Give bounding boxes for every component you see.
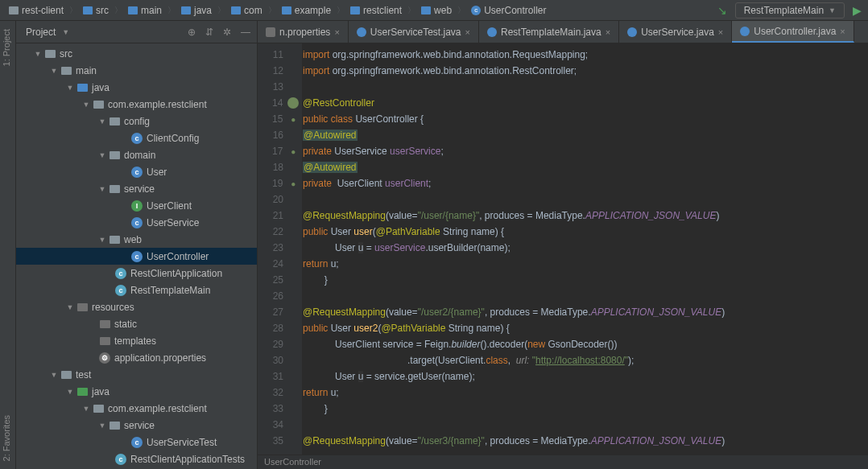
gutter-line[interactable]: 19●: [258, 175, 302, 191]
tree-folder-service[interactable]: ▼service: [16, 180, 257, 197]
code-line[interactable]: public User user2(@PathVariable String n…: [303, 320, 868, 336]
gutter-line[interactable]: 14: [258, 95, 302, 111]
tree-class-clientconfig[interactable]: cClientConfig: [16, 130, 257, 146]
code-line[interactable]: public User user(@PathVariable String na…: [303, 224, 868, 240]
gutter-line[interactable]: 32: [258, 385, 302, 401]
code-line[interactable]: @RequestMapping(value="/user2/{name}", p…: [303, 304, 868, 320]
close-icon[interactable]: ×: [334, 27, 339, 37]
code-line[interactable]: User u = userService.userBuilder(name);: [303, 240, 868, 256]
gutter-anno-icon[interactable]: [287, 97, 299, 109]
editor-breadcrumb[interactable]: UserController: [258, 455, 868, 469]
code-line[interactable]: private UserService userService;: [303, 143, 868, 159]
code-line[interactable]: [303, 417, 868, 433]
code-line[interactable]: public class UserController {: [303, 111, 868, 127]
tree-folder-src[interactable]: ▼src: [16, 45, 257, 62]
editor-tab[interactable]: RestTemplateMain.java×: [479, 21, 619, 43]
gutter-line[interactable]: 15●: [258, 111, 302, 127]
code-line[interactable]: @RequestMapping(value="/user3/{name}", p…: [303, 433, 868, 449]
gutter-impl-icon[interactable]: ●: [287, 113, 299, 125]
code-line[interactable]: return u;: [303, 385, 868, 401]
gutter-impl-icon[interactable]: ●: [287, 146, 299, 157]
tree-folder-java[interactable]: ▼java: [16, 79, 257, 96]
gutter-impl-icon[interactable]: ●: [287, 178, 299, 189]
favorites-tool-tab[interactable]: 2: Favorites: [0, 407, 15, 469]
gutter-line[interactable]: 25: [258, 272, 302, 288]
gutter-line[interactable]: 28: [258, 320, 302, 336]
tree-folder-test-service[interactable]: ▼service: [16, 417, 257, 434]
tree-folder-test-java[interactable]: ▼java: [16, 383, 257, 400]
close-icon[interactable]: ×: [840, 27, 845, 36]
gear-icon[interactable]: ✲: [223, 27, 231, 38]
target-icon[interactable]: ⊕: [188, 27, 196, 38]
breadcrumb-item[interactable]: rest-client: [6, 4, 66, 17]
tree-folder-test[interactable]: ▼test: [16, 366, 257, 383]
code-line[interactable]: @RequestMapping(value="/user/{name}", pr…: [303, 208, 868, 224]
breadcrumb-item[interactable]: java: [179, 4, 214, 17]
tree-application-properties[interactable]: ⚙application.properties: [16, 349, 257, 366]
code-line[interactable]: .target(UserClient.class, url: "http://l…: [303, 352, 868, 368]
gutter-line[interactable]: 30: [258, 352, 302, 368]
code-line[interactable]: import org.springframework.web.bind.anno…: [303, 63, 868, 79]
code-line[interactable]: [303, 288, 868, 304]
code-line[interactable]: @Autowired: [303, 159, 868, 175]
tree-class-restclientapplication[interactable]: cRestClientApplication: [16, 265, 257, 282]
gutter-line[interactable]: 16: [258, 127, 302, 143]
project-tree[interactable]: ▼src ▼main ▼java ▼com.example.restclient…: [16, 43, 257, 469]
gutter-line[interactable]: 34: [258, 417, 302, 433]
close-icon[interactable]: ×: [606, 27, 610, 37]
run-button[interactable]: ▶: [853, 4, 862, 17]
code-lines[interactable]: import org.springframework.web.bind.anno…: [303, 43, 868, 455]
tree-class-userservicetest[interactable]: cUserServiceTest: [16, 434, 257, 450]
tree-class-resttemplatemain[interactable]: cRestTemplateMain: [16, 282, 257, 298]
gutter-line[interactable]: 12: [258, 63, 302, 79]
gutter-line[interactable]: 13: [258, 79, 302, 95]
sync-icon[interactable]: ↘: [717, 4, 727, 17]
tree-folder-resources[interactable]: ▼resources: [16, 298, 257, 315]
project-tool-tab[interactable]: 1: Project: [0, 21, 15, 74]
tree-folder-domain[interactable]: ▼domain: [16, 146, 257, 163]
gutter-line[interactable]: 22: [258, 224, 302, 240]
gutter-line[interactable]: 27: [258, 304, 302, 320]
code-line[interactable]: User u = service.getUser(name);: [303, 368, 868, 385]
tree-folder-web[interactable]: ▼web: [16, 231, 257, 248]
close-icon[interactable]: ×: [718, 27, 723, 37]
gutter[interactable]: 1112131415●1617●1819●2021222324252627282…: [258, 43, 303, 455]
tree-package[interactable]: ▼com.example.restclient: [16, 96, 257, 113]
gutter-line[interactable]: 21: [258, 208, 302, 224]
gutter-line[interactable]: 33: [258, 401, 302, 417]
close-icon[interactable]: ×: [465, 27, 470, 37]
hide-icon[interactable]: —: [241, 27, 250, 38]
tree-folder-main[interactable]: ▼main: [16, 62, 257, 79]
editor-tab[interactable]: n.properties×: [258, 21, 349, 43]
code-line[interactable]: return u;: [303, 256, 868, 272]
gutter-line[interactable]: 18: [258, 159, 302, 175]
editor-tab[interactable]: UserServiceTest.java×: [349, 21, 479, 43]
tree-folder-static[interactable]: static: [16, 315, 257, 332]
code-line[interactable]: [303, 191, 868, 208]
editor-tab[interactable]: UserController.java×: [732, 21, 854, 43]
collapse-icon[interactable]: ⇵: [205, 27, 213, 38]
code-line[interactable]: }: [303, 401, 868, 417]
editor-tab[interactable]: UserService.java×: [619, 21, 732, 43]
breadcrumb-item[interactable]: example: [279, 4, 333, 17]
code-line[interactable]: [303, 79, 868, 95]
code-line[interactable]: private UserClient userClient;: [303, 175, 868, 191]
breadcrumb-item[interactable]: com: [229, 4, 265, 17]
code-editor[interactable]: 1112131415●1617●1819●2021222324252627282…: [258, 43, 868, 455]
tree-class-restclientapplicationtests[interactable]: cRestClientApplicationTests: [16, 450, 257, 467]
tree-folder-templates[interactable]: templates: [16, 332, 257, 349]
tree-class-userclient[interactable]: IUserClient: [16, 197, 257, 214]
breadcrumb-item[interactable]: main: [126, 4, 164, 17]
tree-class-user[interactable]: cUser: [16, 163, 257, 180]
breadcrumb-item[interactable]: restclient: [348, 4, 404, 17]
tree-folder-config[interactable]: ▼config: [16, 113, 257, 130]
code-line[interactable]: import org.springframework.web.bind.anno…: [303, 47, 868, 63]
code-line[interactable]: UserClient service = Feign.builder().dec…: [303, 336, 868, 352]
gutter-line[interactable]: 11: [258, 47, 302, 63]
gutter-line[interactable]: 35: [258, 433, 302, 449]
chevron-down-icon[interactable]: ▼: [62, 28, 69, 36]
run-configuration-selector[interactable]: RestTemplateMain ▼: [735, 2, 845, 19]
tree-test-package[interactable]: ▼com.example.restclient: [16, 400, 257, 417]
gutter-line[interactable]: 17●: [258, 143, 302, 159]
tree-class-userservice[interactable]: cUserService: [16, 214, 257, 231]
